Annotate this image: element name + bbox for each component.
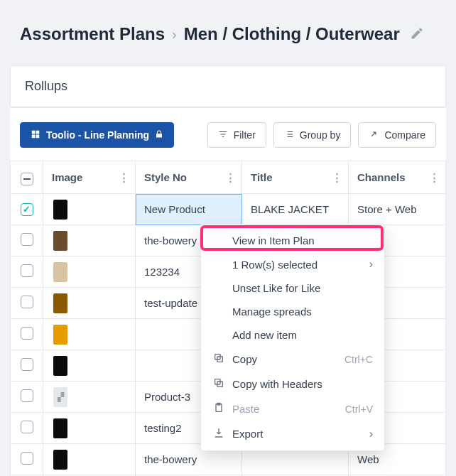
column-header-style[interactable]: Style No ⋮: [136, 161, 242, 194]
copy-icon: [212, 352, 225, 366]
row-checkbox-cell[interactable]: [11, 288, 43, 319]
context-menu-label: Add new item: [232, 329, 373, 341]
filter-button[interactable]: Filter: [207, 122, 266, 148]
row-image-cell[interactable]: [43, 444, 136, 475]
row-checkbox[interactable]: [21, 233, 33, 246]
context-menu-label: Unset Like for Like: [232, 282, 373, 294]
kebab-icon[interactable]: ⋮: [332, 171, 342, 184]
line-planning-button[interactable]: Toolio - Line Planning: [20, 122, 174, 148]
row-title-cell[interactable]: BLAKE JACKET: [242, 194, 349, 225]
product-thumbnail: [53, 262, 67, 282]
paste-icon: [212, 402, 225, 416]
context-menu-item[interactable]: Unset Like for Like: [201, 276, 384, 300]
context-menu-shortcut: Ctrl+V: [345, 404, 373, 415]
breadcrumb-root[interactable]: Assortment Plans: [20, 24, 165, 44]
context-menu-label: 1 Row(s) selected: [232, 259, 362, 271]
chevron-right-icon: ›: [170, 26, 178, 43]
column-header-channels[interactable]: Channels ⋮: [349, 161, 446, 194]
context-menu-item[interactable]: 1 Row(s) selected›: [201, 252, 384, 276]
context-menu-shortcut: Ctrl+C: [344, 354, 373, 365]
filter-icon: [218, 129, 228, 141]
context-menu-item[interactable]: CopyCtrl+C: [201, 347, 384, 372]
chevron-right-icon: ›: [369, 258, 373, 271]
product-thumbnail: ▞: [53, 387, 67, 407]
context-menu-label: Copy: [232, 353, 337, 365]
context-menu-label: View in Item Plan: [232, 234, 373, 247]
rollups-label[interactable]: Rollups: [11, 66, 445, 107]
context-menu-label: Copy with Headers: [232, 378, 373, 390]
row-image-cell[interactable]: ▞: [43, 382, 136, 413]
table-row: ✓New ProductBLAKE JACKETStore + Web: [11, 194, 446, 225]
line-planning-label: Toolio - Line Planning: [46, 129, 149, 141]
context-menu-item[interactable]: Add new item: [201, 323, 384, 347]
context-menu-item: PasteCtrl+V: [201, 396, 384, 421]
context-menu-item[interactable]: Manage spreads: [201, 300, 384, 323]
row-image-cell[interactable]: [43, 256, 136, 288]
row-checkbox[interactable]: [21, 389, 33, 402]
row-checkbox-cell[interactable]: [11, 256, 43, 288]
product-thumbnail: [53, 200, 67, 220]
row-image-cell[interactable]: [43, 319, 136, 350]
row-image-cell[interactable]: [43, 350, 136, 382]
context-menu-item[interactable]: Copy with Headers: [201, 372, 384, 396]
toolbar: Toolio - Line Planning Filter Group by C…: [10, 108, 446, 161]
breadcrumb-path: Men / Clothing / Outerwear: [184, 24, 400, 44]
product-thumbnail: [53, 293, 67, 313]
kebab-icon[interactable]: ⋮: [119, 171, 129, 184]
row-checkbox-cell[interactable]: [11, 225, 43, 256]
column-header-title[interactable]: Title ⋮: [242, 161, 349, 194]
row-channels-cell[interactable]: Store + Web: [349, 194, 446, 225]
rollups-panel: Rollups: [10, 65, 446, 108]
row-checkbox[interactable]: ✓: [21, 203, 33, 216]
row-image-cell[interactable]: [43, 413, 136, 444]
row-image-cell[interactable]: [43, 225, 136, 256]
row-checkbox-cell[interactable]: ✓: [11, 194, 43, 225]
kebab-icon[interactable]: ⋮: [225, 171, 236, 184]
pencil-icon[interactable]: [410, 26, 424, 43]
context-menu-item[interactable]: View in Item Plan: [201, 229, 384, 252]
kebab-icon[interactable]: ⋮: [429, 171, 440, 184]
filter-label: Filter: [234, 129, 256, 141]
row-checkbox[interactable]: [21, 421, 33, 433]
row-style-cell[interactable]: New Product: [136, 194, 242, 225]
compare-icon: [369, 129, 379, 141]
compare-button[interactable]: Compare: [358, 122, 436, 148]
context-menu-label: Manage spreads: [232, 305, 373, 318]
product-thumbnail: [53, 356, 67, 376]
column-header-checkbox[interactable]: [11, 161, 43, 194]
row-checkbox-cell[interactable]: [11, 382, 43, 413]
copy-icon: [212, 377, 225, 391]
product-thumbnail: [53, 450, 67, 470]
row-checkbox[interactable]: [21, 327, 33, 340]
compare-label: Compare: [384, 129, 425, 141]
row-checkbox-cell[interactable]: [11, 350, 43, 382]
export-icon: [212, 427, 225, 440]
product-thumbnail: [53, 418, 67, 438]
grid-icon: [31, 129, 40, 141]
lock-icon: [155, 129, 163, 141]
context-menu-label: Export: [232, 428, 362, 440]
row-image-cell[interactable]: [43, 194, 136, 225]
context-menu-item[interactable]: Export›: [201, 421, 384, 446]
groupby-label: Group by: [300, 129, 341, 141]
product-thumbnail: [53, 231, 67, 251]
row-checkbox-cell[interactable]: [11, 319, 43, 350]
row-checkbox-cell[interactable]: [11, 413, 43, 444]
select-all-checkbox[interactable]: [21, 173, 33, 185]
groupby-button[interactable]: Group by: [273, 122, 352, 148]
list-icon: [284, 129, 294, 141]
chevron-right-icon: ›: [369, 428, 373, 440]
context-menu: View in Item Plan1 Row(s) selected›Unset…: [200, 224, 385, 451]
breadcrumb: Assortment Plans › Men / Clothing / Oute…: [0, 0, 456, 65]
row-checkbox[interactable]: [21, 358, 33, 371]
product-thumbnail: [53, 325, 67, 345]
row-image-cell[interactable]: [43, 288, 136, 319]
row-checkbox[interactable]: [21, 264, 33, 277]
row-checkbox-cell[interactable]: [11, 444, 43, 475]
row-checkbox[interactable]: [21, 452, 33, 465]
context-menu-label: Paste: [232, 403, 338, 415]
column-header-image[interactable]: Image ⋮: [43, 161, 136, 194]
row-checkbox[interactable]: [21, 296, 33, 308]
